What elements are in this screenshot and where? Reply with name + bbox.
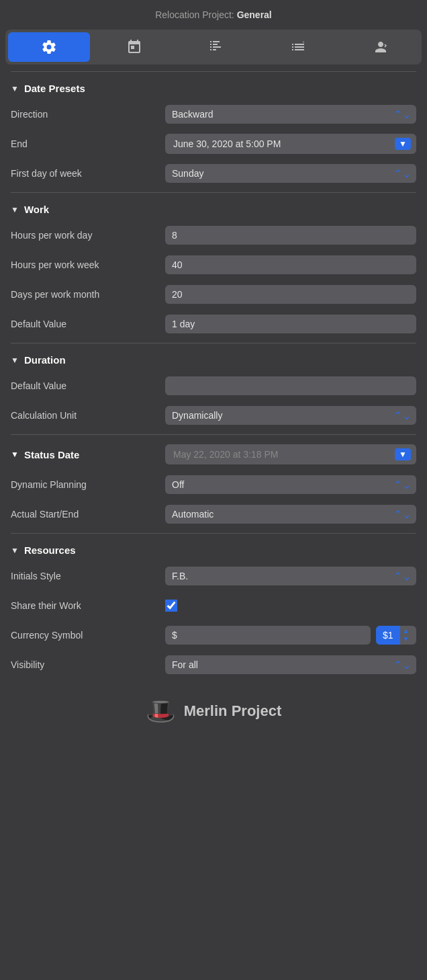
first-day-select-wrap: Sunday Monday Tuesday Wednesday Thursday… (165, 164, 416, 183)
end-label: End (11, 138, 165, 149)
dynamic-planning-row: Dynamic Planning Off On ⌃⌄ (11, 470, 416, 499)
end-control[interactable]: June 30, 2020 at 5:00 PM ▼ (165, 134, 416, 154)
hours-week-control: 40 (165, 255, 416, 274)
collapse-triangle: ▼ (11, 84, 19, 93)
initials-style-select[interactable]: F.B. FB First Last (165, 567, 416, 585)
tab-name: General (237, 9, 272, 20)
first-day-row: First day of week Sunday Monday Tuesday … (11, 159, 416, 188)
actual-start-end-label: Actual Start/End (11, 509, 165, 520)
currency-input[interactable]: $ (165, 626, 371, 645)
actual-start-end-select-wrap: Automatic Manual ⌃⌄ (165, 505, 416, 524)
actual-start-end-select[interactable]: Automatic Manual (165, 505, 416, 524)
date-presets-section: ▼ Date Presets Direction Backward Forwar… (0, 71, 427, 193)
status-date-section: ▼ Status Date May 22, 2020 at 3:18 PM ▼ … (0, 439, 427, 534)
direction-control: Backward Forward ⌃⌄ (165, 105, 416, 124)
days-month-row: Days per work month 20 (11, 280, 416, 309)
spinner-up-arrow[interactable]: ▲ (403, 627, 410, 635)
dynamic-planning-label: Dynamic Planning (11, 479, 165, 490)
divider-after-work (11, 343, 416, 343)
work-triangle: ▼ (11, 205, 19, 214)
resources-section: ▼ Resources Initials Style F.B. FB First… (0, 538, 427, 680)
status-date-btn[interactable]: May 22, 2020 at 3:18 PM ▼ (165, 444, 416, 464)
first-day-select[interactable]: Sunday Monday Tuesday Wednesday Thursday… (165, 164, 416, 183)
resources-header[interactable]: ▼ Resources (11, 538, 416, 561)
work-header[interactable]: ▼ Work (11, 197, 416, 220)
merlin-brand: Merlin Project (184, 702, 281, 720)
first-day-control: Sunday Monday Tuesday Wednesday Thursday… (165, 164, 416, 183)
hours-day-row: Hours per work day 8 (11, 220, 416, 250)
currency-amount: $1 (376, 626, 400, 645)
calc-unit-label: Calculation Unit (11, 410, 165, 421)
initials-style-row: Initials Style F.B. FB First Last ⌃⌄ (11, 561, 416, 591)
calc-unit-control: Dynamically Hours Days Weeks Months ⌃⌄ (165, 406, 416, 425)
merlin-logo-icon: 🎩 (146, 697, 176, 725)
duration-header[interactable]: ▼ Duration (11, 348, 416, 371)
status-date-title: Status Date (24, 449, 80, 460)
gantt-icon (208, 39, 224, 55)
share-work-label: Share their Work (11, 600, 165, 611)
divider-top (11, 71, 416, 72)
end-date-arrow: ▼ (395, 138, 411, 150)
toolbar-btn-calendar[interactable] (93, 30, 175, 65)
duration-default-input[interactable] (165, 376, 416, 395)
direction-select[interactable]: Backward Forward (165, 105, 416, 124)
end-date-text: June 30, 2020 at 5:00 PM (173, 138, 391, 149)
calc-unit-select[interactable]: Dynamically Hours Days Weeks Months (165, 406, 416, 425)
first-day-label: First day of week (11, 168, 165, 179)
resources-triangle: ▼ (11, 546, 19, 555)
end-date-btn[interactable]: June 30, 2020 at 5:00 PM ▼ (165, 134, 416, 154)
status-date-triangle: ▼ (11, 450, 19, 459)
dynamic-planning-select-wrap: Off On ⌃⌄ (165, 475, 416, 494)
hours-day-label: Hours per work day (11, 230, 165, 241)
work-default-control: 1 day (165, 315, 416, 333)
currency-spinner: $1 ▲ ▼ (376, 626, 416, 645)
visibility-select-wrap: For all For managers For admins ⌃⌄ (165, 655, 416, 674)
hours-week-input[interactable]: 40 (165, 255, 416, 274)
dynamic-planning-control: Off On ⌃⌄ (165, 475, 416, 494)
visibility-row: Visibility For all For managers For admi… (11, 650, 416, 680)
status-date-title-wrap[interactable]: ▼ Status Date (11, 449, 165, 460)
resources-title: Resources (24, 544, 76, 556)
status-date-text: May 22, 2020 at 3:18 PM (173, 449, 391, 460)
dynamic-planning-select[interactable]: Off On (165, 475, 416, 494)
header: Relocation Project: General (0, 0, 427, 27)
work-section: ▼ Work Hours per work day 8 Hours per wo… (0, 197, 427, 343)
divider-after-duration (11, 434, 416, 435)
spinner-down-arrow[interactable]: ▼ (403, 635, 410, 643)
resources-icon (373, 39, 389, 55)
share-work-checkbox[interactable] (165, 600, 177, 612)
duration-triangle: ▼ (11, 356, 19, 365)
calendar-icon (126, 39, 142, 55)
calc-unit-select-wrap: Dynamically Hours Days Weeks Months ⌃⌄ (165, 406, 416, 425)
visibility-control: For all For managers For admins ⌃⌄ (165, 655, 416, 674)
toolbar (5, 30, 422, 65)
duration-section: ▼ Duration Default Value Calculation Uni… (0, 348, 427, 435)
hours-day-control: 8 (165, 226, 416, 245)
divider-after-status (11, 533, 416, 534)
toolbar-btn-settings[interactable] (8, 32, 90, 62)
toolbar-btn-gantt[interactable] (175, 30, 257, 65)
visibility-label: Visibility (11, 659, 165, 670)
actual-start-end-control: Automatic Manual ⌃⌄ (165, 505, 416, 524)
share-work-row: Share their Work (11, 591, 416, 620)
hours-week-label: Hours per work week (11, 259, 165, 270)
share-work-checkbox-wrap (165, 600, 416, 612)
end-row: End June 30, 2020 at 5:00 PM ▼ (11, 129, 416, 159)
currency-row: Currency Symbol $ $1 ▲ ▼ (11, 620, 416, 650)
status-date-value-wrap[interactable]: May 22, 2020 at 3:18 PM ▼ (165, 444, 416, 464)
toolbar-btn-list[interactable] (257, 30, 339, 65)
work-default-input[interactable]: 1 day (165, 315, 416, 333)
hours-day-input[interactable]: 8 (165, 226, 416, 245)
toolbar-btn-resources[interactable] (340, 30, 422, 65)
divider-after-dates (11, 192, 416, 193)
initials-style-control: F.B. FB First Last ⌃⌄ (165, 567, 416, 585)
status-date-arrow: ▼ (395, 448, 411, 460)
date-presets-header[interactable]: ▼ Date Presets (11, 76, 416, 99)
days-month-input[interactable]: 20 (165, 285, 416, 304)
visibility-select[interactable]: For all For managers For admins (165, 655, 416, 674)
list-icon (290, 39, 306, 55)
currency-spinner-arrows[interactable]: ▲ ▼ (400, 627, 412, 643)
currency-label: Currency Symbol (11, 630, 165, 641)
days-month-label: Days per work month (11, 289, 165, 300)
work-title: Work (24, 204, 49, 215)
